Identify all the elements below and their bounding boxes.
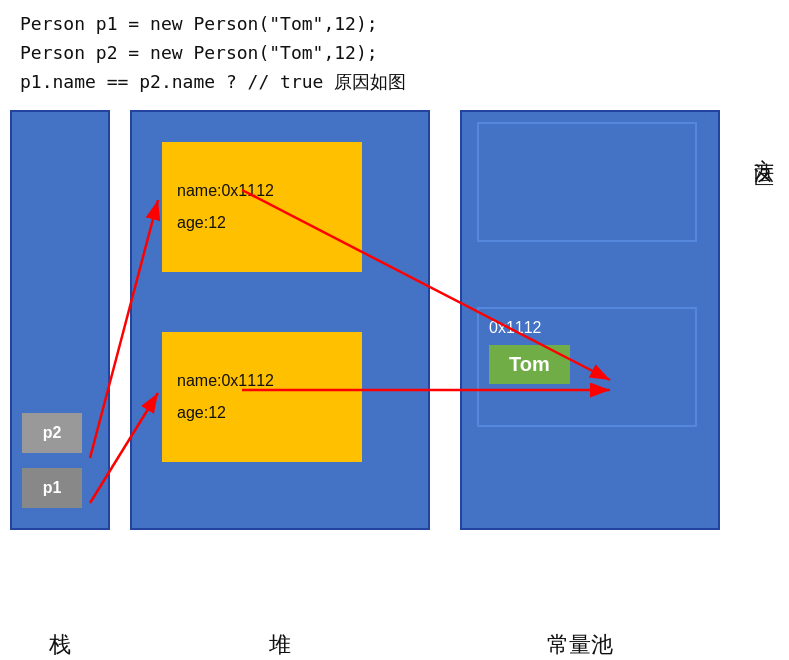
heap-label: 堆: [130, 630, 430, 660]
obj2-age-field: age:12: [177, 397, 362, 429]
heap-area: name:0x1112 age:12 name:0x1112 age:12: [130, 110, 430, 530]
obj1-name-field: name:0x1112: [177, 175, 362, 207]
p1-label: p1: [43, 479, 62, 497]
address-label: 0x1112: [489, 319, 685, 337]
constant-value-box: 0x1112 Tom: [477, 307, 697, 427]
code-line1: Person p1 = new Person("Tom",12);: [20, 10, 406, 39]
tom-value-box: Tom: [489, 345, 570, 384]
p2-label: p2: [43, 424, 62, 442]
obj1-age-field: age:12: [177, 207, 362, 239]
stack-label: 栈: [10, 630, 110, 660]
obj2-name-field: name:0x1112: [177, 365, 362, 397]
code-section: Person p1 = new Person("Tom",12); Person…: [20, 10, 406, 96]
p2-variable: p2: [22, 413, 82, 453]
code-line3: p1.name == p2.name ? // true 原因如图: [20, 68, 406, 97]
heap-object-1: name:0x1112 age:12: [162, 142, 362, 272]
method-area-box: [477, 122, 697, 242]
stack-area: p2 p1: [10, 110, 110, 530]
diagram-area: p2 p1 name:0x1112 age:12 name:0x1112 age…: [10, 110, 780, 600]
labels-row: 栈 堆 常量池: [10, 630, 780, 660]
heap-object-2: name:0x1112 age:12: [162, 332, 362, 462]
method-area-label: 方法区: [751, 142, 778, 157]
constant-pool-area: 方法区 0x1112 Tom: [460, 110, 720, 530]
p1-variable: p1: [22, 468, 82, 508]
pool-label: 常量池: [450, 630, 710, 660]
code-line2: Person p2 = new Person("Tom",12);: [20, 39, 406, 68]
